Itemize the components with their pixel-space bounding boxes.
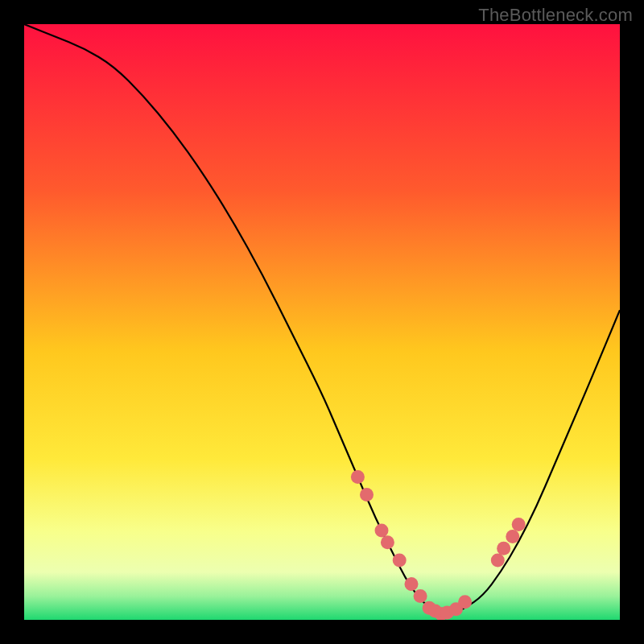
watermark-text: TheBottleneck.com bbox=[478, 5, 633, 26]
curve-marker bbox=[491, 554, 505, 568]
chart-frame: TheBottleneck.com bbox=[0, 0, 644, 644]
curve-marker bbox=[405, 577, 419, 591]
curve-marker bbox=[381, 535, 394, 549]
gradient-background bbox=[24, 24, 620, 620]
plot-area bbox=[24, 24, 620, 620]
curve-marker bbox=[497, 542, 510, 555]
curve-marker bbox=[458, 595, 472, 609]
curve-marker bbox=[351, 470, 365, 484]
curve-marker bbox=[512, 518, 526, 531]
curve-marker bbox=[360, 488, 374, 502]
curve-marker bbox=[414, 589, 427, 603]
curve-marker bbox=[393, 554, 407, 568]
curve-marker bbox=[506, 530, 519, 543]
chart-svg bbox=[24, 24, 620, 620]
curve-marker bbox=[375, 524, 389, 538]
